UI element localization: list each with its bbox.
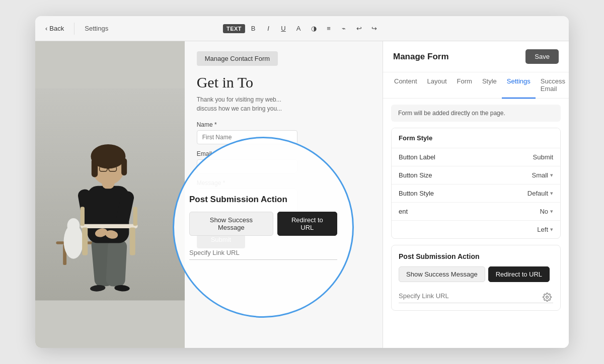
- info-box: Form will be added directly on the page.: [391, 105, 561, 122]
- color-button[interactable]: A: [291, 22, 306, 36]
- tab-form[interactable]: Form: [452, 72, 477, 99]
- button-style-value: Default ▾: [527, 190, 553, 197]
- svg-rect-8: [106, 239, 127, 287]
- position-row[interactable]: Left ▾: [392, 220, 560, 238]
- url-input[interactable]: [399, 289, 553, 303]
- link-button[interactable]: ⌁: [337, 22, 351, 36]
- panel-tabs: Content Layout Form Style Settings Succe…: [383, 72, 569, 99]
- contrast-button[interactable]: ◑: [307, 22, 321, 36]
- app-window: ‹ Back Settings TEXT B I U A ◑ ≡ ⌁ ↩ ↪: [35, 16, 569, 348]
- button-label-row: Button Label Submit: [392, 148, 560, 166]
- alignment-row[interactable]: ent No ▾: [392, 202, 560, 220]
- post-submission-title: Post Submission Action: [399, 252, 553, 260]
- undo-button[interactable]: ↩: [352, 22, 366, 36]
- svg-rect-25: [82, 228, 88, 255]
- button-style-label: Button Style: [399, 190, 434, 197]
- divider: [74, 23, 74, 35]
- action-buttons-row: Show Success Message Redirect to URL: [399, 266, 553, 282]
- message-label: Message *: [197, 179, 370, 187]
- svg-rect-27: [81, 207, 85, 226]
- manage-contact-form-button[interactable]: Manage Contact Form: [197, 51, 278, 66]
- chevron-down-icon-4: ▾: [550, 226, 553, 233]
- chevron-down-icon: ▾: [550, 172, 553, 178]
- svg-rect-28: [133, 207, 137, 226]
- alignment-value: No ▾: [540, 208, 553, 215]
- svg-rect-26: [130, 228, 135, 255]
- position-value: Left ▾: [537, 226, 553, 233]
- first-name-input[interactable]: [197, 130, 297, 144]
- svg-rect-19: [92, 158, 98, 177]
- settings-panel: Manage Form Save Content Layout Form Sty…: [383, 41, 569, 348]
- redirect-to-url-button[interactable]: Redirect to URL: [488, 266, 550, 282]
- alignment-label: ent: [399, 208, 408, 215]
- button-label-value: Submit: [533, 153, 553, 161]
- form-style-title: Form Style: [392, 128, 560, 148]
- panel-body: Form will be added directly on the page.…: [383, 99, 569, 348]
- form-heading: Get in To: [197, 74, 370, 91]
- text-format-group: TEXT B I U A ◑ ≡ ⌁ ↩ ↪: [223, 22, 381, 36]
- svg-point-6: [67, 218, 80, 233]
- page-preview: Manage Contact Form Get in To Thank you …: [35, 41, 383, 348]
- chevron-down-icon-3: ▾: [550, 208, 553, 215]
- tab-success-email[interactable]: Success Email: [536, 72, 569, 99]
- email-label: Email *: [197, 150, 370, 157]
- tab-content[interactable]: Content: [389, 72, 422, 99]
- form-preview-area: Manage Contact Form Get in To Thank you …: [185, 41, 383, 348]
- email-field-group: Email *: [197, 150, 370, 173]
- text-badge: TEXT: [223, 24, 245, 33]
- button-size-row[interactable]: Button Size Small ▾: [392, 166, 560, 184]
- redo-button[interactable]: ↪: [367, 22, 381, 36]
- button-size-label: Button Size: [399, 171, 432, 179]
- button-label-label: Button Label: [399, 153, 435, 161]
- gear-icon: [543, 293, 552, 302]
- back-button[interactable]: ‹ Back: [41, 23, 68, 34]
- name-field-group: Name *: [197, 121, 370, 144]
- list-button[interactable]: ≡: [322, 22, 336, 36]
- email-input[interactable]: [197, 159, 297, 173]
- svg-rect-20: [121, 158, 127, 176]
- tab-layout[interactable]: Layout: [422, 72, 452, 99]
- info-text: Form will be added directly on the page.: [398, 110, 505, 117]
- show-success-message-button[interactable]: Show Success Message: [399, 266, 485, 282]
- italic-button[interactable]: I: [261, 22, 275, 36]
- tab-settings[interactable]: Settings: [502, 72, 536, 99]
- toolbar: ‹ Back Settings TEXT B I U A ◑ ≡ ⌁ ↩ ↪: [35, 16, 569, 41]
- form-subtext: Thank you for visiting my web...discuss …: [197, 95, 370, 113]
- post-submission-section: Post Submission Action Show Success Mess…: [391, 245, 561, 311]
- svg-rect-24: [81, 224, 138, 228]
- save-button[interactable]: Save: [525, 49, 559, 64]
- photo-area: [35, 41, 192, 348]
- button-style-row[interactable]: Button Style Default ▾: [392, 184, 560, 202]
- person-illustration: [35, 41, 192, 348]
- form-style-section: Form Style Button Label Submit Button Si…: [391, 128, 561, 239]
- svg-point-29: [546, 296, 549, 299]
- chevron-down-icon-2: ▾: [550, 190, 553, 197]
- name-label: Name *: [197, 121, 370, 128]
- main-content: Manage Contact Form Get in To Thank you …: [35, 41, 569, 348]
- message-field-group: Message *: [197, 179, 370, 221]
- bold-button[interactable]: B: [246, 22, 260, 36]
- submit-button[interactable]: Submit: [197, 231, 245, 248]
- back-arrow-icon: ‹: [45, 25, 47, 32]
- settings-label: Settings: [81, 23, 112, 34]
- panel-header: Manage Form Save: [383, 41, 569, 72]
- gear-icon-button[interactable]: [540, 290, 554, 304]
- tab-style[interactable]: Style: [477, 72, 502, 99]
- underline-button[interactable]: U: [276, 22, 290, 36]
- button-size-value: Small ▾: [532, 171, 553, 179]
- message-textarea[interactable]: [197, 189, 297, 219]
- panel-title: Manage Form: [393, 52, 449, 62]
